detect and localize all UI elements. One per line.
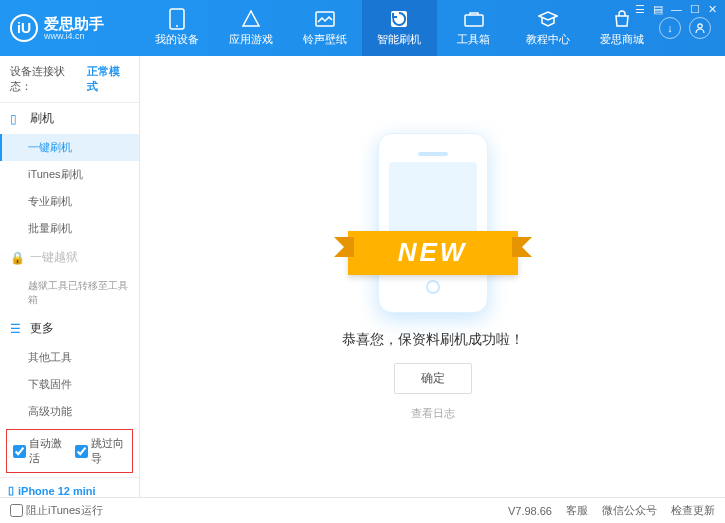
sidebar-download-fw[interactable]: 下载固件 — [0, 371, 139, 398]
nav-ringtone[interactable]: 铃声壁纸 — [288, 0, 362, 56]
footer-wechat[interactable]: 微信公众号 — [602, 503, 657, 518]
logo-icon: iU — [10, 14, 38, 42]
store-icon — [612, 9, 632, 29]
lock-icon: 🔒 — [10, 251, 24, 265]
nav-store[interactable]: 爱思商城 — [585, 0, 659, 56]
group-flash[interactable]: ▯刷机 — [0, 103, 139, 134]
list-icon: ☰ — [10, 322, 24, 336]
logo-area: iU 爱思助手 www.i4.cn — [10, 14, 140, 42]
main-content: NEW 恭喜您，保资料刷机成功啦！ 确定 查看日志 — [140, 56, 725, 497]
group-jailbreak[interactable]: 🔒一键越狱 — [0, 242, 139, 273]
header-right: ↓ — [659, 17, 715, 39]
phone-icon — [167, 9, 187, 29]
success-illustration: NEW — [378, 133, 488, 313]
close-icon[interactable]: ✕ — [708, 3, 717, 16]
phone-small-icon: ▯ — [10, 112, 24, 126]
apps-icon — [241, 9, 261, 29]
wallpaper-icon — [315, 9, 335, 29]
success-message: 恭喜您，保资料刷机成功啦！ — [342, 331, 524, 349]
options-highlight-box: 自动激活 跳过向导 — [6, 429, 133, 473]
user-icon[interactable] — [689, 17, 711, 39]
group-more[interactable]: ☰更多 — [0, 313, 139, 344]
sidebar-pro-flash[interactable]: 专业刷机 — [0, 188, 139, 215]
nav-apps[interactable]: 应用游戏 — [214, 0, 288, 56]
nav-toolbox[interactable]: 工具箱 — [437, 0, 511, 56]
header: iU 爱思助手 www.i4.cn 我的设备 应用游戏 铃声壁纸 智能刷机 — [0, 0, 725, 56]
ok-button[interactable]: 确定 — [394, 363, 472, 394]
version-label: V7.98.66 — [508, 505, 552, 517]
new-ribbon: NEW — [348, 231, 518, 275]
top-nav: 我的设备 应用游戏 铃声壁纸 智能刷机 工具箱 教程中心 — [140, 0, 659, 56]
brand-name: 爱思助手 — [44, 16, 104, 31]
sidebar-itunes-flash[interactable]: iTunes刷机 — [0, 161, 139, 188]
sidebar-batch-flash[interactable]: 批量刷机 — [0, 215, 139, 242]
sidebar-other-tools[interactable]: 其他工具 — [0, 344, 139, 371]
sidebar-advanced[interactable]: 高级功能 — [0, 398, 139, 425]
svg-point-1 — [176, 25, 178, 27]
nav-my-device[interactable]: 我的设备 — [140, 0, 214, 56]
checkbox-skip-setup[interactable]: 跳过向导 — [75, 436, 127, 466]
device-name: ▯iPhone 12 mini — [8, 484, 131, 497]
footer-update[interactable]: 检查更新 — [671, 503, 715, 518]
body: 设备连接状态： 正常模式 ▯刷机 一键刷机 iTunes刷机 专业刷机 批量刷机… — [0, 56, 725, 497]
sidebar-one-click-flash[interactable]: 一键刷机 — [0, 134, 139, 161]
svg-rect-4 — [465, 15, 483, 26]
sidebar: 设备连接状态： 正常模式 ▯刷机 一键刷机 iTunes刷机 专业刷机 批量刷机… — [0, 56, 140, 497]
connection-mode: 正常模式 — [87, 64, 129, 94]
nav-tutorial[interactable]: 教程中心 — [511, 0, 585, 56]
connection-status: 设备连接状态： 正常模式 — [0, 56, 139, 103]
flash-icon — [389, 9, 409, 29]
svg-point-5 — [698, 24, 702, 28]
footer: 阻止iTunes运行 V7.98.66 客服 微信公众号 检查更新 — [0, 497, 725, 523]
toolbox-icon — [464, 9, 484, 29]
nav-flash[interactable]: 智能刷机 — [362, 0, 436, 56]
footer-service[interactable]: 客服 — [566, 503, 588, 518]
phone-tiny-icon: ▯ — [8, 484, 14, 497]
brand-site: www.i4.cn — [44, 31, 104, 41]
device-panel[interactable]: ▯iPhone 12 mini 64GB Down-12mini-13,1 — [0, 477, 139, 497]
jailbreak-note: 越狱工具已转移至工具箱 — [0, 273, 139, 313]
tutorial-icon — [538, 9, 558, 29]
minimize-icon[interactable]: — — [671, 3, 682, 16]
maximize-icon[interactable]: ☐ — [690, 3, 700, 16]
view-log-link[interactable]: 查看日志 — [411, 406, 455, 421]
phone-graphic — [378, 133, 488, 313]
download-icon[interactable]: ↓ — [659, 17, 681, 39]
checkbox-auto-activate[interactable]: 自动激活 — [13, 436, 65, 466]
checkbox-block-itunes[interactable]: 阻止iTunes运行 — [10, 503, 103, 518]
app-window: ☰ ▤ — ☐ ✕ iU 爱思助手 www.i4.cn 我的设备 应用游戏 铃声… — [0, 0, 725, 523]
